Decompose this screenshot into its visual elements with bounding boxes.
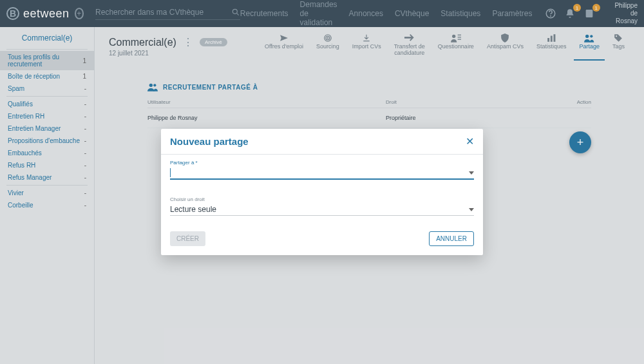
share-modal: Nouveau partage ✕ Partager à * Choisir u… [161, 129, 483, 255]
share-to-select[interactable] [170, 166, 474, 180]
modal-header: Nouveau partage ✕ [161, 129, 483, 155]
right-value: Lecture seule [170, 205, 216, 214]
modal-footer: CRÉER ANNULER [161, 225, 483, 255]
field-right-label: Choisir un droit [170, 196, 474, 202]
modal-body: Partager à * Choisir un droit Lecture se… [161, 155, 483, 225]
chevron-down-icon [469, 171, 474, 175]
create-button[interactable]: CRÉER [170, 231, 205, 246]
text-cursor [170, 168, 171, 177]
modal-overlay[interactable]: Nouveau partage ✕ Partager à * Choisir u… [0, 0, 644, 364]
right-select[interactable]: Lecture seule [170, 202, 474, 216]
chevron-down-icon [469, 208, 474, 211]
cancel-button[interactable]: ANNULER [429, 231, 474, 246]
close-icon[interactable]: ✕ [466, 135, 474, 148]
field-right: Choisir un droit Lecture seule [170, 196, 474, 216]
field-share-to: Partager à * [170, 160, 474, 180]
modal-title: Nouveau partage [170, 136, 249, 147]
field-share-label: Partager à * [170, 160, 474, 166]
